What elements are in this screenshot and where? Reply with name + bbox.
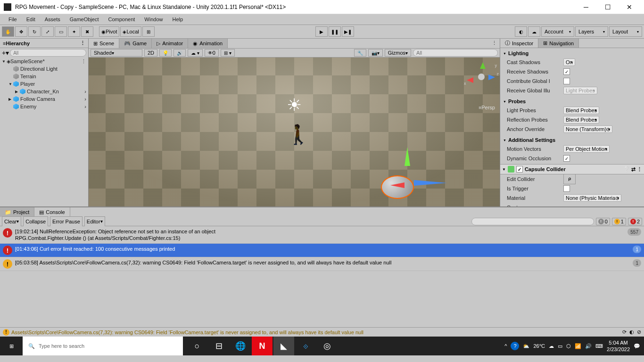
task-view-icon[interactable]: ⊟ bbox=[208, 337, 229, 355]
pivot-toggle[interactable]: ◉Pivot bbox=[99, 26, 119, 37]
menu-assets[interactable]: Assets bbox=[40, 16, 65, 23]
warn-filter[interactable]: !1 bbox=[612, 218, 626, 225]
collab-button[interactable]: ◐ bbox=[515, 26, 527, 37]
scale-tool[interactable]: ⤢ bbox=[41, 26, 54, 37]
console-search[interactable] bbox=[471, 218, 594, 225]
hierarchy-item[interactable]: ▶Character_Kn› bbox=[0, 88, 88, 95]
2d-toggle[interactable]: 2D bbox=[144, 49, 157, 57]
volume-icon[interactable]: 🔊 bbox=[585, 343, 592, 349]
unity-icon[interactable]: ◣ bbox=[273, 337, 294, 355]
rotate-tool[interactable]: ↻ bbox=[28, 26, 41, 37]
physic-material-field[interactable]: None (Physic Materia⊙ bbox=[563, 194, 621, 202]
anchor-dropdown[interactable]: None (Transform) ⊙ bbox=[563, 125, 612, 133]
fx-toggle[interactable]: ☁ ▾ bbox=[188, 49, 203, 57]
vscode-icon[interactable]: ⟐ bbox=[295, 337, 316, 355]
account-dropdown[interactable]: Account bbox=[541, 26, 574, 37]
scene-search[interactable] bbox=[413, 49, 498, 57]
tab-animator[interactable]: ▷ Animator bbox=[152, 39, 188, 48]
clear-button[interactable]: Clear ▾ bbox=[2, 216, 21, 227]
create-button[interactable]: +▾ bbox=[2, 49, 9, 57]
menu-edit[interactable]: Edit bbox=[22, 16, 40, 23]
play-button[interactable]: ▶ bbox=[315, 26, 328, 37]
panel-menu[interactable]: ⋮ bbox=[489, 39, 500, 48]
menu-component[interactable]: Component bbox=[103, 16, 140, 23]
pause-button[interactable]: ❚❚ bbox=[329, 26, 341, 37]
capsule-collider-header[interactable]: ▼Capsule Collider ❔ ⇄ ⋮ bbox=[500, 164, 644, 174]
clock[interactable]: 5:04 AM 2/23/2022 bbox=[607, 339, 630, 353]
status-icon[interactable]: ⊘ bbox=[637, 329, 641, 335]
onedrive-icon[interactable]: ☁ bbox=[549, 343, 554, 349]
language-icon[interactable]: ⌨ bbox=[595, 343, 603, 349]
hand-tool[interactable]: ✋ bbox=[2, 26, 14, 37]
lighting-header[interactable]: Lighting bbox=[500, 49, 644, 58]
editor-dropdown[interactable]: Editor ▾ bbox=[84, 216, 105, 227]
light-toggle[interactable]: 💡 bbox=[159, 49, 172, 57]
cortana-icon[interactable]: ○ bbox=[187, 337, 207, 355]
menu-file[interactable]: File bbox=[4, 16, 22, 23]
tab-scene[interactable]: ⊞ Scene bbox=[89, 39, 119, 48]
probes-header[interactable]: Probes bbox=[500, 97, 644, 106]
tab-game[interactable]: 🎮 Game bbox=[119, 39, 152, 48]
cloud-button[interactable]: ☁ bbox=[528, 26, 540, 37]
snap-button[interactable]: ⊞ bbox=[142, 26, 155, 37]
menu-window[interactable]: Window bbox=[140, 16, 167, 23]
weather-temp[interactable]: 26°C bbox=[533, 343, 545, 349]
maximize-button[interactable]: ☐ bbox=[597, 0, 619, 14]
hierarchy-item[interactable]: Terrain bbox=[0, 73, 88, 80]
layers-dropdown[interactable]: Layers bbox=[575, 26, 608, 37]
transform-tool[interactable]: ✦ bbox=[68, 26, 80, 37]
contrib-gi-checkbox[interactable] bbox=[563, 78, 570, 84]
refl-probes-dropdown[interactable]: Blend Probes bbox=[563, 116, 599, 123]
move-tool[interactable]: ✥ bbox=[15, 26, 27, 37]
chrome-icon[interactable]: 🌐 bbox=[230, 337, 251, 355]
local-toggle[interactable]: ◈Local bbox=[120, 26, 141, 37]
step-button[interactable]: ▶❚ bbox=[342, 26, 354, 37]
tools-button[interactable]: 🔧 bbox=[354, 49, 366, 57]
menu-help[interactable]: Help bbox=[167, 16, 188, 23]
motion-vec-dropdown[interactable]: Per Object Motion bbox=[563, 145, 610, 153]
hierarchy-item-scene[interactable]: ▼◈ SampleScene*⋮ bbox=[0, 58, 88, 65]
tab-console[interactable]: ▤ Console bbox=[34, 207, 70, 217]
is-trigger-checkbox[interactable] bbox=[563, 185, 570, 192]
taskbar-search[interactable]: 🔍 Type here to search bbox=[23, 337, 183, 355]
cast-shadows-dropdown[interactable]: On bbox=[563, 58, 575, 66]
collapse-toggle[interactable]: Collapse bbox=[23, 216, 48, 227]
start-button[interactable]: ⊞ bbox=[0, 337, 23, 355]
close-button[interactable]: ✕ bbox=[619, 0, 640, 14]
hierarchy-item[interactable]: ▼Player bbox=[0, 80, 88, 88]
console-item[interactable]: ! [19:02:14] NullReferenceException: Obj… bbox=[0, 226, 644, 244]
custom-tool[interactable]: ✖ bbox=[81, 26, 93, 37]
status-icon[interactable]: ⟳ bbox=[622, 329, 627, 335]
console-item[interactable]: ! [01:43:06] Curl error limit reached: 1… bbox=[0, 244, 644, 257]
weather-icon[interactable]: ⛅ bbox=[523, 343, 529, 349]
scene-viewport[interactable]: y x z ≡Persp bbox=[89, 58, 500, 206]
light-probes-dropdown[interactable]: Blend Probes bbox=[563, 107, 599, 114]
menu-gameobject[interactable]: GameObject bbox=[65, 16, 104, 23]
hidden-toggle[interactable]: 👁 0 bbox=[205, 49, 219, 57]
shading-dropdown[interactable]: Shaded ▾ bbox=[91, 49, 142, 57]
tray-icon[interactable]: ⬡ bbox=[566, 343, 571, 349]
minimize-button[interactable]: ─ bbox=[575, 0, 597, 14]
receive-shadows-checkbox[interactable] bbox=[563, 68, 570, 75]
additional-header[interactable]: Additional Settings bbox=[500, 136, 644, 144]
status-icon[interactable]: ◐ bbox=[629, 329, 634, 335]
perspective-label[interactable]: ≡Persp bbox=[479, 105, 495, 110]
gizmos-dropdown[interactable]: Gizmos ▾ bbox=[385, 49, 411, 57]
dyn-occ-checkbox[interactable] bbox=[563, 155, 570, 162]
hierarchy-item[interactable]: Directional Light bbox=[0, 65, 88, 73]
console-item[interactable]: ! [05:03:58] Assets\Scripts\Core\FollowC… bbox=[0, 257, 644, 271]
grid-toggle[interactable]: ⊞ ▾ bbox=[221, 49, 235, 57]
tab-animation[interactable]: ◉ Animation bbox=[188, 39, 228, 48]
hierarchy-item[interactable]: ▶Follow Camera› bbox=[0, 95, 88, 103]
error-pause-toggle[interactable]: Error Pause bbox=[50, 216, 83, 227]
tab-project[interactable]: 📁 Project bbox=[0, 207, 34, 217]
notifications-icon[interactable]: 💬 bbox=[634, 343, 640, 349]
hierarchy-item[interactable]: Enemy› bbox=[0, 103, 88, 110]
rect-tool[interactable]: ▭ bbox=[55, 26, 67, 37]
tab-navigation[interactable]: ⊞ Navigation bbox=[538, 39, 579, 48]
error-filter[interactable]: !2 bbox=[628, 218, 642, 225]
edit-collider-button[interactable]: ᑭ bbox=[563, 174, 576, 184]
info-filter[interactable]: !0 bbox=[596, 218, 610, 225]
layout-dropdown[interactable]: Layout bbox=[609, 26, 642, 37]
app-icon[interactable]: ◎ bbox=[317, 337, 338, 355]
